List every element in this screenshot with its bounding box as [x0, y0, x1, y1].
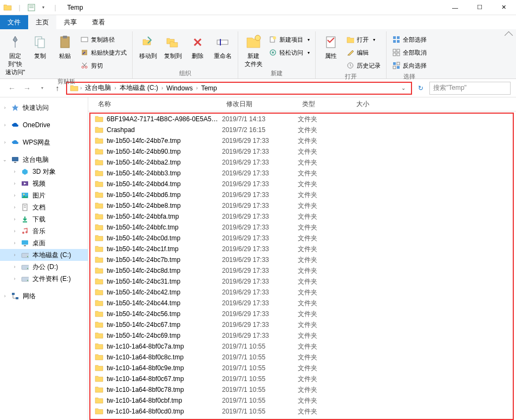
- history-button[interactable]: 历史记录: [344, 60, 383, 71]
- chevron-right-icon[interactable]: ›: [12, 240, 17, 246]
- column-header-date[interactable]: 修改日期: [222, 100, 298, 109]
- maximize-button[interactable]: ☐: [467, 0, 492, 15]
- properties-button[interactable]: 属性: [319, 31, 343, 60]
- copy-to-button[interactable]: 复制到: [161, 31, 185, 60]
- paste-button[interactable]: 粘贴: [53, 31, 77, 60]
- chevron-right-icon[interactable]: ›: [2, 293, 8, 299]
- file-row[interactable]: tw-1b50-14fc-24bc8d.tmp2019/6/29 17:33文件…: [90, 265, 513, 276]
- file-row[interactable]: tw-1b50-14fc-24bc69.tmp2019/6/29 17:33文件…: [90, 330, 513, 341]
- file-row[interactable]: tw-1c10-1a64-8bf0cbf.tmp2019/7/1 10:55文件…: [90, 395, 513, 406]
- pin-to-quick-access-button[interactable]: 固定到"快 速访问": [3, 31, 27, 76]
- sidebar-item-onedrive[interactable]: › OneDrive: [0, 119, 88, 131]
- file-row[interactable]: 6BF194A2-7171-4B8C-A986-0E5A5AE...2019/7…: [90, 114, 513, 124]
- chevron-right-icon[interactable]: ›: [12, 276, 17, 281]
- chevron-down-icon[interactable]: ⌄: [2, 157, 8, 162]
- new-folder-button[interactable]: 新建 文件夹: [241, 31, 265, 68]
- new-item-button[interactable]: 新建项目▾: [266, 34, 312, 45]
- file-row[interactable]: Crashpad2019/7/2 16:15文件夹: [90, 124, 513, 135]
- refresh-button[interactable]: ↻: [414, 82, 427, 95]
- tab-file[interactable]: 文件: [0, 15, 28, 29]
- edit-button[interactable]: 编辑: [344, 47, 383, 58]
- file-row[interactable]: tw-1b50-14fc-24bc56.tmp2019/6/29 17:33文件…: [90, 309, 513, 319]
- file-row[interactable]: tw-1b50-14fc-24bc44.tmp2019/6/29 17:33文件…: [90, 298, 513, 309]
- sidebar-item-pc-child[interactable]: ›文件资料 (E:): [0, 273, 88, 285]
- sidebar-item-this-pc[interactable]: ⌄ 这台电脑: [0, 154, 88, 166]
- chevron-right-icon[interactable]: ›: [12, 169, 17, 174]
- file-row[interactable]: tw-1c10-1a64-8bf0c8c.tmp2019/7/1 10:55文件…: [90, 352, 513, 363]
- invert-selection-button[interactable]: 反向选择: [390, 60, 429, 71]
- delete-button[interactable]: 删除: [186, 31, 210, 60]
- sidebar-item-pc-child[interactable]: ›3D 对象: [0, 166, 88, 178]
- easy-access-button[interactable]: 轻松访问▾: [266, 47, 312, 58]
- chevron-right-icon[interactable]: ›: [12, 193, 17, 198]
- sidebar-item-network[interactable]: › 网络: [0, 290, 88, 302]
- chevron-right-icon[interactable]: ›: [12, 205, 17, 210]
- file-row[interactable]: tw-1b50-14fc-24bc7b.tmp2019/6/29 17:33文件…: [90, 254, 513, 265]
- chevron-right-icon[interactable]: ›: [2, 122, 8, 128]
- copy-button[interactable]: 复制: [28, 31, 52, 60]
- file-row[interactable]: tw-1b50-14fc-24bb90.tmp2019/6/29 17:33文件…: [90, 146, 513, 157]
- group-label-open: 打开: [319, 71, 383, 82]
- file-row[interactable]: tw-1b50-14fc-24bbb3.tmp2019/6/29 17:33文件…: [90, 168, 513, 179]
- file-row[interactable]: tw-1c10-1a64-8bf0c67.tmp2019/7/1 10:55文件…: [90, 373, 513, 384]
- column-header-size[interactable]: 大小: [352, 100, 395, 109]
- open-button[interactable]: 打开▾: [344, 34, 383, 45]
- file-row[interactable]: tw-1b50-14fc-24bba2.tmp2019/6/29 17:33文件…: [90, 157, 513, 168]
- chevron-right-icon[interactable]: ›: [12, 216, 17, 222]
- chevron-down-icon[interactable]: ⌄: [398, 85, 409, 91]
- chevron-right-icon[interactable]: ›: [196, 85, 198, 91]
- tab-home[interactable]: 主页: [28, 15, 56, 29]
- chevron-right-icon[interactable]: ›: [2, 105, 8, 110]
- file-row[interactable]: tw-1b50-14fc-24bbfa.tmp2019/6/29 17:33文件…: [90, 211, 513, 222]
- file-row[interactable]: tw-1b50-14fc-24bc67.tmp2019/6/29 17:33文件…: [90, 319, 513, 330]
- sidebar-item-pc-child[interactable]: ›桌面: [0, 237, 88, 249]
- move-to-button[interactable]: 移动到: [136, 31, 160, 60]
- tab-view[interactable]: 查看: [84, 15, 113, 29]
- file-row[interactable]: tw-1c10-1a64-8bf0c78.tmp2019/7/1 10:55文件…: [90, 384, 513, 395]
- sidebar-item-pc-child[interactable]: ›下载: [0, 213, 88, 225]
- search-input[interactable]: 搜索"Temp": [429, 82, 511, 95]
- breadcrumb-item[interactable]: Windows: [164, 84, 195, 92]
- chevron-right-icon[interactable]: ›: [12, 228, 17, 234]
- cut-button[interactable]: 剪切: [78, 60, 129, 71]
- file-row[interactable]: tw-1c10-1a64-8bf0c7a.tmp2019/7/1 10:55文件…: [90, 341, 513, 352]
- file-row[interactable]: tw-1c10-1a64-8bf0cd0.tmp2019/7/1 10:55文件…: [90, 406, 513, 417]
- sidebar-item-pc-child[interactable]: ›视频: [0, 178, 88, 189]
- file-row[interactable]: tw-1b50-14fc-24bbd6.tmp2019/6/29 17:33文件…: [90, 189, 513, 200]
- sidebar-item-pc-child[interactable]: ›文档: [0, 201, 88, 213]
- sidebar-item-wps[interactable]: › WPS网盘: [0, 136, 88, 148]
- chevron-right-icon[interactable]: ›: [12, 181, 17, 186]
- chevron-right-icon[interactable]: ›: [12, 252, 17, 258]
- chevron-right-icon[interactable]: ›: [161, 85, 163, 91]
- sidebar-item-pc-child[interactable]: ›音乐: [0, 225, 88, 237]
- sidebar-item-pc-child[interactable]: ›办公 (D:): [0, 261, 88, 273]
- tab-share[interactable]: 共享: [56, 15, 84, 29]
- sidebar-item-quick-access[interactable]: › 快速访问: [0, 102, 88, 114]
- file-row[interactable]: tw-1b50-14fc-24bbfc.tmp2019/6/29 17:33文件…: [90, 222, 513, 233]
- file-row[interactable]: tw-1b50-14fc-24bbe8.tmp2019/6/29 17:33文件…: [90, 200, 513, 211]
- minimize-button[interactable]: —: [443, 0, 467, 15]
- select-all-button[interactable]: 全部选择: [390, 34, 429, 45]
- sidebar-item-pc-child[interactable]: ›本地磁盘 (C:): [0, 249, 88, 261]
- paste-shortcut-button[interactable]: 粘贴快捷方式: [78, 47, 129, 58]
- file-row[interactable]: tw-1c10-1a64-8bf0c9e.tmp2019/7/1 10:55文件…: [90, 363, 513, 373]
- file-list[interactable]: 6BF194A2-7171-4B8C-A986-0E5A5AE...2019/7…: [89, 113, 514, 420]
- file-row[interactable]: tw-1b50-14fc-24bc42.tmp2019/6/29 17:33文件…: [90, 287, 513, 298]
- chevron-right-icon[interactable]: ›: [12, 264, 17, 270]
- file-row[interactable]: tw-1b50-14fc-24bb7e.tmp2019/6/29 17:33文件…: [90, 135, 513, 146]
- file-row[interactable]: tw-1b50-14fc-24bc31.tmp2019/6/29 17:33文件…: [90, 276, 513, 287]
- column-header-name[interactable]: 名称: [94, 100, 222, 109]
- sidebar-item-pc-child[interactable]: ›图片: [0, 189, 88, 201]
- copy-path-button[interactable]: 复制路径: [78, 34, 129, 45]
- file-row[interactable]: tw-1b50-14fc-24bc1f.tmp2019/6/29 17:33文件…: [90, 244, 513, 254]
- file-row[interactable]: tw-1b50-14fc-24bc0d.tmp2019/6/29 17:33文件…: [90, 233, 513, 244]
- properties-icon[interactable]: [26, 2, 37, 13]
- column-header-type[interactable]: 类型: [298, 100, 352, 109]
- chevron-right-icon[interactable]: ›: [2, 140, 8, 145]
- file-row[interactable]: tw-1b50-14fc-24bbd4.tmp2019/6/29 17:33文件…: [90, 179, 513, 189]
- close-button[interactable]: ✕: [492, 0, 516, 15]
- rename-button[interactable]: 重命名: [211, 31, 234, 60]
- breadcrumb-item[interactable]: Temp: [199, 84, 219, 92]
- select-none-button[interactable]: 全部取消: [390, 47, 429, 58]
- qat-dropdown-icon[interactable]: ▾: [38, 2, 49, 13]
